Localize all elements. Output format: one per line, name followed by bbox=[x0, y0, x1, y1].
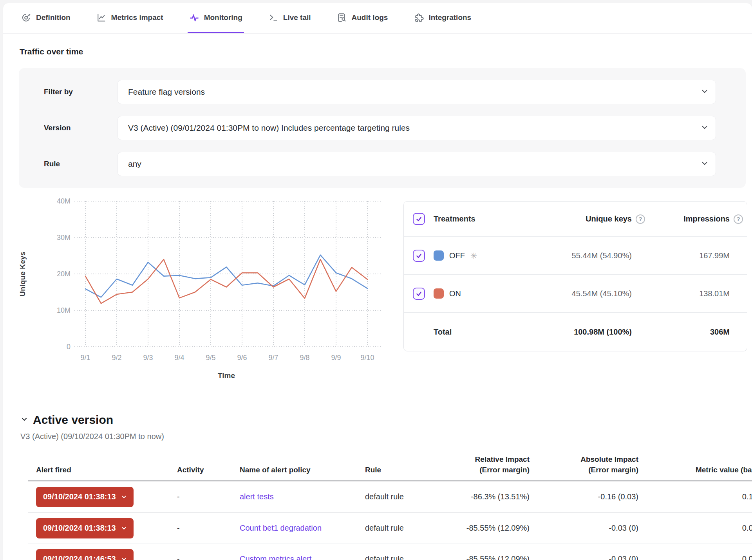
version-caret[interactable] bbox=[693, 116, 716, 140]
absolute-impact-cell: -0.03 (0) bbox=[530, 524, 638, 533]
svg-text:9/1: 9/1 bbox=[80, 354, 90, 362]
filter-row-version: Version V3 (Active) (09/01/2024 01:30PM … bbox=[44, 116, 746, 140]
tab-live-tail-label: Live tail bbox=[283, 13, 311, 22]
tab-metrics-impact[interactable]: Metrics impact bbox=[95, 3, 165, 33]
absolute-impact-cell: -0.03 (0) bbox=[530, 555, 638, 560]
tab-bar: Definition Metrics impact Monitoring Liv… bbox=[3, 3, 752, 34]
on-impressions: 138.01M bbox=[649, 289, 747, 298]
treatment-row-off: OFF ✳ 55.44M (54.90%) 167.99M bbox=[404, 237, 747, 275]
filter-by-caret[interactable] bbox=[693, 80, 716, 104]
alert-policy-link[interactable]: Custom metrics alert bbox=[240, 555, 311, 560]
col-metric-value: Metric value (basel bbox=[638, 465, 752, 475]
active-version-subtitle: V3 (Active) (09/10/2024 01:30PM to now) bbox=[20, 432, 752, 441]
version-select[interactable]: V3 (Active) (09/01/2024 01:30PM to now) … bbox=[118, 116, 716, 140]
rule-cell: default rule bbox=[357, 492, 428, 501]
svg-text:Time: Time bbox=[218, 371, 235, 380]
tab-monitoring[interactable]: Monitoring bbox=[188, 3, 244, 33]
treatments-header-row: Treatments Unique keys ? Impressions ? bbox=[404, 202, 747, 237]
filter-panel: Filter by Feature flag versions Version … bbox=[19, 68, 746, 188]
col-absolute-impact: Absolute Impact (Error margin) bbox=[530, 454, 638, 475]
chevron-down-icon bbox=[20, 415, 28, 425]
alert-fired-timestamp: 09/10/2024 01:46:53 bbox=[43, 555, 116, 560]
tab-integrations[interactable]: Integrations bbox=[412, 3, 473, 33]
alerts-table-header: Alert fired Activity Name of alert polic… bbox=[28, 454, 752, 481]
alert-fired-badge[interactable]: 09/10/2024 01:38:13 bbox=[36, 487, 134, 507]
svg-text:0: 0 bbox=[67, 343, 70, 351]
col-relative-impact-line2: (Error margin) bbox=[428, 465, 530, 475]
filter-by-select[interactable]: Feature flag versions bbox=[118, 80, 716, 104]
tab-definition[interactable]: Definition bbox=[20, 3, 72, 33]
puzzle-icon bbox=[414, 13, 424, 23]
unique-keys-column-header: Unique keys ? bbox=[531, 214, 649, 224]
alert-fired-badge[interactable]: 09/10/2024 01:46:53 bbox=[36, 549, 134, 560]
on-series-swatch bbox=[434, 288, 444, 299]
col-rule: Rule bbox=[357, 465, 428, 475]
off-impressions: 167.99M bbox=[649, 251, 747, 260]
impressions-header-label: Impressions bbox=[683, 214, 730, 223]
chevron-down-icon bbox=[700, 159, 709, 169]
help-icon[interactable]: ? bbox=[734, 214, 743, 224]
rule-cell: default rule bbox=[357, 524, 428, 533]
select-all-checkbox[interactable] bbox=[413, 213, 425, 225]
version-value: V3 (Active) (09/01/2024 01:30PM to now) … bbox=[118, 123, 693, 133]
relative-impact-cell: -86.3% (13.51%) bbox=[428, 492, 530, 501]
version-label: Version bbox=[44, 124, 118, 132]
off-checkbox[interactable] bbox=[413, 250, 425, 262]
active-version-toggle[interactable]: Active version bbox=[20, 413, 752, 427]
filter-row-rule: Rule any bbox=[44, 152, 746, 176]
svg-text:20M: 20M bbox=[57, 270, 70, 278]
off-treatment-label: OFF bbox=[449, 251, 465, 260]
svg-text:9/10: 9/10 bbox=[360, 354, 374, 362]
tab-live-tail[interactable]: Live tail bbox=[267, 3, 313, 33]
on-checkbox[interactable] bbox=[413, 288, 425, 300]
page-title: Traffic over time bbox=[20, 47, 752, 56]
svg-text:30M: 30M bbox=[57, 234, 70, 241]
rule-label: Rule bbox=[44, 160, 118, 168]
traffic-chart-section: 010M20M30M40M9/19/29/39/49/59/69/79/89/9… bbox=[3, 193, 752, 402]
treatments-panel: Treatments Unique keys ? Impressions ? bbox=[403, 201, 747, 351]
filter-by-label: Filter by bbox=[44, 88, 118, 96]
alert-fired-timestamp: 09/10/2024 01:38:13 bbox=[43, 524, 116, 533]
table-row: 09/10/2024 01:46:53 - Custom metrics ale… bbox=[28, 544, 752, 560]
unique-keys-header-label: Unique keys bbox=[586, 214, 632, 223]
treatment-row-on: ON 45.54M (45.10%) 138.01M bbox=[404, 275, 747, 313]
traffic-line-chart[interactable]: 010M20M30M40M9/19/29/39/49/59/69/79/89/9… bbox=[15, 193, 391, 397]
chevron-down-icon bbox=[121, 493, 127, 500]
rule-caret[interactable] bbox=[693, 152, 716, 176]
col-relative-impact: Relative Impact (Error margin) bbox=[428, 454, 530, 475]
col-alert-fired: Alert fired bbox=[28, 465, 169, 475]
off-series-swatch bbox=[434, 250, 444, 261]
svg-text:9/6: 9/6 bbox=[237, 354, 247, 362]
activity-cell: - bbox=[169, 555, 232, 560]
col-absolute-impact-line2: (Error margin) bbox=[530, 465, 638, 475]
chevron-down-icon bbox=[121, 525, 127, 531]
total-label: Total bbox=[434, 328, 531, 337]
line-chart-icon bbox=[96, 13, 107, 23]
terminal-icon bbox=[268, 13, 278, 23]
total-impressions: 306M bbox=[649, 328, 747, 337]
alert-fired-timestamp: 09/10/2024 01:38:13 bbox=[43, 492, 116, 501]
rule-cell: default rule bbox=[357, 555, 428, 560]
treatments-total-row: Total 100.98M (100%) 306M bbox=[404, 313, 747, 351]
alert-fired-badge[interactable]: 09/10/2024 01:38:13 bbox=[36, 518, 134, 538]
svg-text:9/3: 9/3 bbox=[143, 354, 153, 362]
svg-text:9/9: 9/9 bbox=[331, 354, 341, 362]
chevron-down-icon bbox=[700, 87, 709, 97]
off-unique-keys: 55.44M (54.90%) bbox=[531, 251, 649, 260]
impressions-column-header: Impressions ? bbox=[649, 214, 747, 224]
rule-select[interactable]: any bbox=[118, 152, 716, 176]
alert-policy-link[interactable]: alert tests bbox=[240, 492, 274, 501]
alert-policy-link[interactable]: Count bet1 degradation bbox=[240, 524, 322, 532]
tab-audit-logs[interactable]: Audit logs bbox=[335, 3, 390, 33]
absolute-impact-cell: -0.16 (0.03) bbox=[530, 492, 638, 501]
tab-audit-logs-label: Audit logs bbox=[352, 13, 388, 22]
metric-value-cell: 0.03 ( bbox=[638, 524, 752, 533]
help-icon[interactable]: ? bbox=[636, 214, 645, 224]
on-treatment-label: ON bbox=[449, 289, 461, 298]
table-row: 09/10/2024 01:38:13 - alert tests defaul… bbox=[28, 481, 752, 513]
tab-integrations-label: Integrations bbox=[428, 13, 471, 22]
filter-row-filter-by: Filter by Feature flag versions bbox=[44, 80, 746, 104]
svg-text:9/5: 9/5 bbox=[206, 354, 215, 362]
col-activity: Activity bbox=[169, 465, 232, 475]
content-card: Definition Metrics impact Monitoring Liv… bbox=[3, 3, 752, 560]
